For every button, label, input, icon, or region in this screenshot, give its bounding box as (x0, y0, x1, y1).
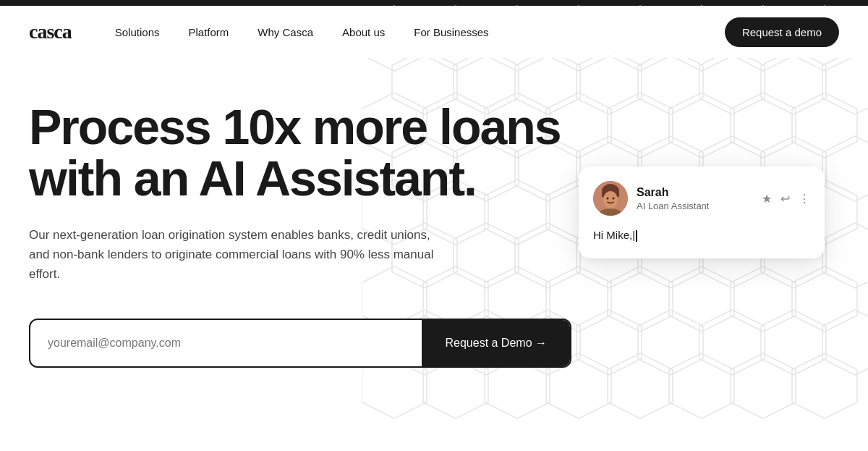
hero-title: Process 10x more loans with an AI Assist… (29, 101, 593, 205)
chat-header: Sarah AI Loan Assistant ★ ↩ ⋮ (593, 181, 810, 216)
chat-message: Hi Mike,| (593, 227, 810, 244)
text-cursor (636, 230, 637, 242)
more-icon[interactable]: ⋮ (799, 192, 810, 206)
logo[interactable]: casca (29, 20, 72, 43)
nav-request-demo-button[interactable]: Request a demo (725, 17, 839, 47)
chat-message-text: Hi Mike,| (593, 229, 635, 241)
svg-point-5 (607, 198, 609, 200)
nav-for-businesses[interactable]: For Businesses (414, 26, 488, 38)
svg-point-4 (603, 191, 618, 208)
chat-info: Sarah AI Loan Assistant (637, 186, 753, 211)
hero-subtitle: Our next-generation loan origination sys… (29, 225, 434, 284)
avatar (593, 181, 628, 216)
chat-name: Sarah (637, 186, 753, 199)
navbar: casca Solutions Platform Why Casca About… (0, 6, 868, 58)
nav-solutions[interactable]: Solutions (115, 26, 160, 38)
svg-point-6 (613, 198, 615, 200)
chat-card: Sarah AI Loan Assistant ★ ↩ ⋮ Hi Mike,| (579, 167, 825, 258)
undo-icon[interactable]: ↩ (780, 192, 790, 206)
form-request-demo-button[interactable]: Request a Demo → (422, 320, 570, 366)
star-icon[interactable]: ★ (762, 192, 772, 206)
email-input[interactable] (30, 337, 422, 350)
nav-about-us[interactable]: About us (342, 26, 385, 38)
email-form: Request a Demo → (29, 319, 571, 368)
nav-links: Solutions Platform Why Casca About us Fo… (115, 26, 725, 38)
nav-platform[interactable]: Platform (188, 26, 229, 38)
nav-why-casca[interactable]: Why Casca (258, 26, 313, 38)
chat-role: AI Loan Assistant (637, 201, 753, 211)
chat-actions: ★ ↩ ⋮ (762, 192, 810, 206)
